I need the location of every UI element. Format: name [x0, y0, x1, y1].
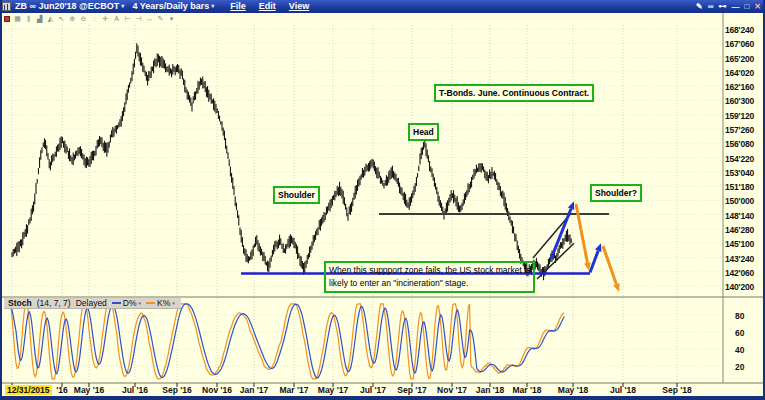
- date-axis-label: 12/31/2015: [5, 385, 52, 395]
- price-axis-label: 160'300: [725, 96, 754, 106]
- crosshair-icon[interactable]: ✛: [102, 13, 109, 25]
- cursor-icon[interactable]: ↖: [58, 13, 65, 25]
- right-shoulder-annotation[interactable]: Shoulder?: [590, 184, 642, 202]
- chart-plot-area[interactable]: [2, 0, 765, 400]
- stoch-pane-header[interactable]: Stoch (14, 7, 7) Delayed D% ▾ K% ▾: [4, 298, 181, 309]
- close-icon[interactable]: ✕: [754, 1, 761, 12]
- price-axis-label: 146'280: [725, 225, 754, 235]
- histogram-icon[interactable]: ▟: [36, 13, 43, 25]
- zoom-in-icon[interactable]: ⊕: [69, 13, 76, 25]
- date-axis-label: Jan '17: [240, 385, 268, 395]
- minimize-icon[interactable]: —: [731, 1, 739, 12]
- date-axis-label: Jan '18: [476, 385, 504, 395]
- marker-left-icon[interactable]: ⊢: [124, 13, 131, 25]
- support-note-annotation[interactable]: When this suppport zone fails, the US st…: [324, 261, 535, 293]
- support-note-line1: When this suppport zone fails, the US st…: [329, 264, 530, 277]
- price-axis-label: 162'160: [725, 82, 754, 92]
- date-axis-label: Nov '17: [437, 385, 467, 395]
- text-tool-icon[interactable]: A: [113, 13, 120, 25]
- titlebar[interactable]: ZB ∞ Jun20'18 @ECBOT ▾ 4 Years/Daily bar…: [0, 0, 765, 13]
- left-shoulder-annotation[interactable]: Shoulder: [273, 186, 320, 204]
- price-axis-label: 153'040: [725, 168, 754, 178]
- gridlines: [5, 25, 721, 383]
- date-axis-label: Mar '18: [513, 385, 542, 395]
- toolbar: ▦⫼▟◭↖⊕⊖◌✛A⊢⊣↔✎▾: [2, 13, 765, 25]
- date-axis-label: May '18: [558, 385, 588, 395]
- price-axis-label: 154'220: [725, 154, 754, 164]
- pane-frame: [2, 13, 765, 387]
- stoch-legend-k[interactable]: K% ▾: [146, 298, 175, 308]
- date-axis-label: May '16: [74, 385, 104, 395]
- date-axis-label: Jul '17: [360, 385, 386, 395]
- date-axis-label: Mar '17: [280, 385, 309, 395]
- stoch-axis-label: 40: [735, 345, 744, 355]
- stoch-axis-label: 60: [735, 328, 744, 338]
- chart-window: ZB ∞ Jun20'18 @ECBOT ▾ 4 Years/Daily bar…: [0, 0, 765, 400]
- maximize-icon[interactable]: □: [744, 1, 749, 12]
- date-axis-label: '16: [56, 385, 67, 395]
- stoch-axis-label: 80: [735, 311, 744, 321]
- stoch-axis-label: 20: [735, 362, 744, 372]
- contract-annotation[interactable]: T-Bonds. June. Continuous Contract.: [434, 84, 594, 102]
- stoch-status: Delayed: [76, 298, 107, 308]
- price-axis-label: 142'060: [725, 268, 754, 278]
- price-axis-label: 157'260: [725, 125, 754, 135]
- price-bars: [12, 43, 571, 280]
- price-axis-label: 150'000: [725, 196, 754, 206]
- d-line-swatch: [112, 302, 121, 304]
- titlebar-buttons: ✎ ∞ ⊷ — □ ✕: [696, 1, 765, 12]
- date-axis-label: Sep '18: [662, 385, 691, 395]
- interval-icon[interactable]: ↔: [146, 13, 153, 25]
- date-axis-label: Jul '18: [610, 385, 636, 395]
- symbol-dropdown-icon[interactable]: ▾: [121, 0, 124, 13]
- d-dropdown-icon[interactable]: ▾: [139, 300, 142, 306]
- menu-edit[interactable]: Edit: [259, 0, 276, 13]
- stoch-params: (14, 7, 7): [37, 298, 71, 308]
- date-axis-label: Sep '17: [397, 385, 426, 395]
- price-axis-label: 151'180: [725, 182, 754, 192]
- k-line-swatch: [146, 302, 155, 304]
- k-dropdown-icon[interactable]: ▾: [172, 300, 175, 306]
- stoch-lines: [10, 304, 564, 379]
- zoom-out-icon[interactable]: ⊖: [80, 13, 87, 25]
- support-note-line2: likely to enter an "incineration" stage.: [329, 277, 530, 290]
- date-axis-label: Nov '16: [202, 385, 232, 395]
- price-axis-label: 165'200: [725, 54, 754, 64]
- app-icon: [2, 2, 11, 11]
- interval-dropdown-icon[interactable]: ▾: [211, 0, 214, 13]
- stoch-name: Stoch: [8, 298, 32, 308]
- price-axis-label: 156'080: [725, 139, 754, 149]
- symbol-title[interactable]: ZB ∞ Jun20'18 @ECBOT: [15, 0, 119, 13]
- menu-view[interactable]: View: [289, 0, 309, 13]
- drawing-tools-icon[interactable]: ✎: [157, 13, 164, 25]
- price-axis-label: 168'240: [725, 25, 754, 35]
- window-bottom-border: [0, 396, 765, 400]
- menubar: File Edit View: [230, 0, 309, 13]
- zoom-icon[interactable]: ◌: [91, 13, 98, 25]
- price-axis-label: 164'020: [725, 68, 754, 78]
- dropdown-icon[interactable]: ▾: [168, 13, 175, 25]
- price-axis-label: 143'240: [725, 254, 754, 264]
- price-axis-label: 145'100: [725, 239, 754, 249]
- date-axis-label: May '17: [318, 385, 348, 395]
- date-axis-label: Jul '16: [122, 385, 148, 395]
- pin-icon[interactable]: ⊷: [718, 1, 726, 12]
- price-axis-label: 159'120: [725, 111, 754, 121]
- marker-right-icon[interactable]: ⊣: [135, 13, 142, 25]
- menu-file[interactable]: File: [230, 0, 246, 13]
- interval-title[interactable]: 4 Years/Daily bars: [132, 0, 209, 13]
- record-square-icon[interactable]: [4, 16, 10, 22]
- head-annotation[interactable]: Head: [408, 123, 439, 141]
- axis-labels: 168'240167'060165'200164'020162'160160'3…: [2, 0, 765, 400]
- price-axis-label: 140'200: [725, 282, 754, 292]
- bar-style-icon[interactable]: ⫼: [25, 13, 32, 25]
- stoch-legend-d[interactable]: D% ▾: [112, 298, 141, 308]
- date-axis-label: Sep '16: [162, 385, 191, 395]
- pencil-icon[interactable]: ✎: [696, 1, 703, 12]
- link-icon[interactable]: ∞: [708, 1, 714, 12]
- chart-type-icon[interactable]: ▦: [14, 13, 21, 25]
- area-style-icon[interactable]: ◭: [47, 13, 54, 25]
- price-axis-label: 148'140: [725, 211, 754, 221]
- price-axis-label: 167'060: [725, 39, 754, 49]
